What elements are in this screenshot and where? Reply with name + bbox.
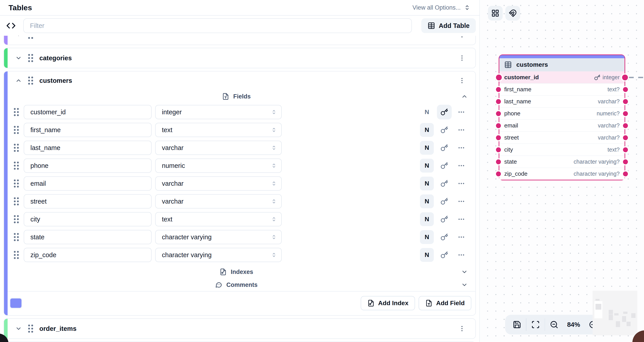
connection-handle-left[interactable]: [496, 87, 501, 92]
diagram-field-row[interactable]: first_nametext?: [499, 83, 624, 95]
table-row-customers[interactable]: customers: [4, 71, 476, 90]
connection-handle-right[interactable]: [623, 111, 628, 116]
field-name-input[interactable]: email: [24, 176, 152, 191]
connection-handle-right[interactable]: [623, 147, 628, 152]
field-name-input[interactable]: city: [24, 212, 152, 226]
field-options-button[interactable]: [455, 106, 468, 119]
nullable-toggle[interactable]: N: [420, 105, 434, 119]
drag-handle-icon[interactable]: [14, 233, 19, 241]
connection-handle-left[interactable]: [496, 75, 502, 80]
drag-handle-icon[interactable]: [14, 126, 19, 134]
field-name-input[interactable]: first_name: [24, 123, 152, 137]
table-card-order-items[interactable]: order_items: [4, 318, 476, 339]
diagram-field-row[interactable]: citytext?: [499, 144, 624, 156]
drag-handle-icon[interactable]: [14, 179, 19, 187]
drag-handle-icon[interactable]: [14, 162, 19, 170]
primary-key-toggle[interactable]: [437, 123, 452, 137]
nullable-toggle[interactable]: N: [420, 248, 434, 262]
fit-view-button[interactable]: [528, 317, 543, 333]
diagram-field-row[interactable]: emailvarchar?: [499, 119, 624, 132]
nullable-toggle[interactable]: N: [420, 159, 434, 172]
field-name-input[interactable]: customer_id: [24, 105, 152, 119]
chevron-up-icon[interactable]: [461, 93, 468, 100]
field-name-input[interactable]: last_name: [24, 141, 152, 155]
chevron-up-icon[interactable]: [15, 77, 22, 84]
field-type-select[interactable]: varchar: [155, 176, 282, 191]
primary-key-toggle[interactable]: [437, 248, 452, 262]
drag-handle-icon[interactable]: [14, 197, 19, 205]
field-options-button[interactable]: [455, 195, 468, 208]
layout-grid-button[interactable]: [488, 6, 503, 20]
filter-input[interactable]: [23, 18, 412, 33]
field-options-button[interactable]: [455, 159, 468, 172]
diagram-field-row[interactable]: streetvarchar?: [499, 132, 624, 144]
table-card-categories[interactable]: categories: [4, 48, 476, 68]
drag-handle-icon[interactable]: [14, 251, 19, 259]
code-view-button[interactable]: [4, 18, 18, 33]
primary-key-toggle[interactable]: [437, 105, 452, 119]
diagram-table-customers[interactable]: customers customer_idintegerfirst_namete…: [499, 54, 625, 180]
field-type-select[interactable]: integer: [155, 105, 282, 119]
save-button[interactable]: [510, 317, 524, 333]
field-name-input[interactable]: phone: [24, 159, 152, 173]
primary-key-toggle[interactable]: [437, 176, 452, 191]
nullable-toggle[interactable]: N: [420, 230, 434, 244]
connection-handle-right[interactable]: [623, 171, 628, 176]
fields-section-header[interactable]: Fields: [4, 90, 476, 103]
field-options-button[interactable]: [455, 213, 468, 226]
drag-handle-icon[interactable]: [14, 215, 19, 223]
nullable-toggle[interactable]: N: [420, 141, 434, 155]
field-type-select[interactable]: character varying: [155, 248, 282, 262]
table-menu-button[interactable]: [456, 52, 468, 64]
connection-handle-right[interactable]: [623, 135, 628, 140]
field-type-select[interactable]: varchar: [155, 194, 282, 208]
field-name-input[interactable]: state: [24, 230, 152, 244]
field-type-select[interactable]: text: [155, 212, 282, 226]
comments-section-header[interactable]: Comments: [4, 279, 476, 291]
connection-handle-left[interactable]: [496, 135, 501, 140]
primary-key-toggle[interactable]: [437, 212, 452, 227]
connection-handle-right[interactable]: [623, 159, 628, 164]
connection-handle-right[interactable]: [622, 75, 628, 80]
drag-handle-icon[interactable]: [28, 36, 33, 39]
primary-key-toggle[interactable]: [437, 194, 452, 209]
chevron-down-icon[interactable]: [461, 282, 468, 288]
connection-handle-left[interactable]: [496, 111, 501, 116]
nullable-toggle[interactable]: N: [420, 212, 434, 226]
field-name-input[interactable]: street: [24, 194, 152, 208]
field-name-input[interactable]: zip_code: [24, 248, 152, 262]
nullable-toggle[interactable]: N: [420, 123, 434, 137]
table-menu-button[interactable]: [456, 36, 468, 41]
connection-handle-right[interactable]: [623, 87, 628, 92]
drag-handle-icon[interactable]: [14, 144, 19, 152]
diagram-field-row[interactable]: statecharacter varying?: [499, 156, 624, 168]
add-table-button[interactable]: Add Table: [421, 18, 476, 33]
chevron-down-icon[interactable]: [461, 269, 468, 275]
add-field-button[interactable]: Add Field: [418, 296, 471, 310]
diagram-table-header[interactable]: customers: [499, 58, 624, 71]
connection-handle-left[interactable]: [496, 99, 501, 104]
nullable-toggle[interactable]: N: [420, 194, 434, 208]
diagram-field-row[interactable]: phonenumeric?: [499, 107, 624, 119]
diagram-field-row[interactable]: last_namevarchar?: [499, 95, 624, 107]
field-options-button[interactable]: [455, 141, 468, 154]
field-type-select[interactable]: numeric: [155, 159, 282, 173]
diagram-canvas[interactable]: customers customer_idintegerfirst_namete…: [480, 0, 644, 342]
add-index-button[interactable]: Add Index: [361, 296, 415, 310]
snap-magnet-button[interactable]: [505, 6, 520, 20]
diagram-field-row[interactable]: customer_idinteger: [499, 71, 624, 83]
drag-handle-icon[interactable]: [28, 325, 33, 333]
connection-handle-left[interactable]: [496, 123, 501, 128]
chevron-down-icon[interactable]: [15, 36, 22, 38]
chevron-down-icon[interactable]: [15, 55, 22, 61]
zoom-out-button[interactable]: [547, 317, 561, 333]
field-type-select[interactable]: text: [155, 123, 282, 137]
zoom-level-label[interactable]: 84%: [562, 321, 586, 328]
drag-handle-icon[interactable]: [28, 77, 33, 85]
field-type-select[interactable]: varchar: [155, 141, 282, 155]
field-options-button[interactable]: [455, 231, 468, 244]
table-menu-button[interactable]: [456, 323, 468, 335]
table-menu-button[interactable]: [456, 75, 468, 86]
table-color-swatch[interactable]: [10, 298, 22, 309]
primary-key-toggle[interactable]: [437, 140, 452, 155]
